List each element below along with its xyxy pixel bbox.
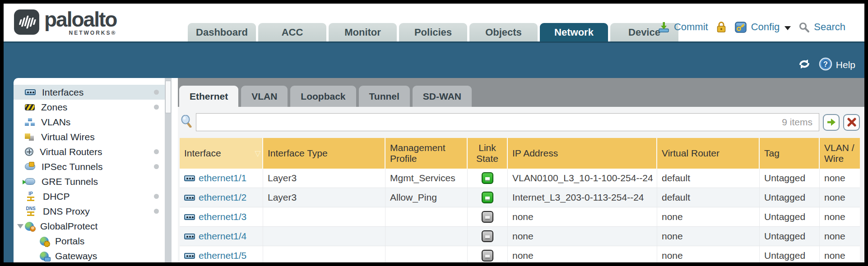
column-interface-type[interactable]: Interface Type [263, 138, 385, 169]
tab-policies[interactable]: Policies [399, 23, 467, 41]
sidebar-item-globalprotect[interactable]: GlobalProtect [14, 219, 172, 234]
interface-icon [184, 195, 195, 201]
help-link[interactable]: Help [836, 60, 855, 70]
interface-link[interactable]: ethernet1/2 [199, 192, 246, 203]
sort-dropdown[interactable]: ▽ [253, 138, 263, 169]
tab-acc[interactable]: ACC [258, 23, 326, 41]
help-icon[interactable]: ? [819, 57, 832, 73]
dhcp-icon: IP [25, 192, 37, 202]
sidebar-item-gateways[interactable]: Gateways [14, 248, 172, 262]
filter-search-input[interactable]: 9 items [196, 113, 819, 131]
interface-link[interactable]: ethernet1/5 [199, 250, 246, 261]
portals-icon [40, 237, 49, 246]
tab-objects[interactable]: Objects [469, 23, 538, 41]
link-up-icon [482, 192, 493, 203]
svg-text:?: ? [823, 60, 828, 68]
sidebar-scrollbar[interactable] [165, 78, 172, 262]
sort-caret-icon: ▽ [255, 149, 260, 158]
interfaces-icon [25, 89, 36, 95]
interface-link[interactable]: ethernet1/3 [199, 211, 246, 222]
red-x-icon [847, 118, 856, 127]
interface-icon [184, 175, 195, 181]
refresh-icon[interactable] [797, 58, 812, 72]
tab-network[interactable]: Network [540, 23, 608, 41]
status-dot [154, 105, 159, 110]
interface-link[interactable]: ethernet1/1 [199, 173, 246, 183]
expander-caret-icon[interactable] [17, 224, 23, 229]
dns-proxy-icon: DNS [25, 206, 37, 216]
commit-icon[interactable] [658, 21, 670, 33]
sidebar-item-dns-proxy[interactable]: DNS DNS Proxy [14, 204, 172, 219]
tab-dashboard[interactable]: Dashboard [188, 23, 256, 41]
interface-icon [184, 234, 195, 239]
link-down-icon [482, 230, 493, 242]
config-button[interactable]: Config [751, 21, 780, 33]
column-interface[interactable]: Interface [180, 138, 253, 169]
column-vlan-wire[interactable]: VLAN / Wire [820, 138, 860, 169]
search-button[interactable]: Search [814, 21, 845, 33]
sidebar-item-gre-tunnels[interactable]: GRE Tunnels [14, 174, 172, 189]
subtab-loopback[interactable]: Loopback [290, 86, 356, 107]
tab-monitor[interactable]: Monitor [329, 23, 397, 41]
table-row[interactable]: ethernet1/5 none none Untagged none [180, 246, 860, 262]
virtual-routers-icon [25, 147, 33, 156]
sidebar: Interfaces Zones VLANs Virtual Wires [14, 78, 172, 262]
scrollbar-thumb[interactable] [165, 81, 171, 113]
subtab-tunnel[interactable]: Tunnel [359, 86, 410, 107]
gateways-icon [40, 252, 49, 261]
table-row[interactable]: ethernet1/2 Layer3 Allow_Ping Internet_L… [180, 188, 860, 207]
sidebar-item-virtual-routers[interactable]: Virtual Routers [14, 144, 172, 159]
virtual-wires-icon [25, 133, 35, 141]
sidebar-item-portals[interactable]: Portals [14, 234, 172, 248]
app-window: paloalto NETWORKS® Dashboard ACC Monitor… [4, 4, 864, 262]
main-nav: Dashboard ACC Monitor Policies Objects N… [188, 23, 678, 41]
interface-icon [184, 214, 195, 220]
table-row[interactable]: ethernet1/3 none none Untagged none [180, 207, 860, 227]
sidebar-item-zones[interactable]: Zones [14, 100, 172, 115]
status-dot [154, 209, 159, 214]
status-dot [154, 194, 159, 199]
magnifier-icon [181, 115, 192, 129]
item-count: 9 items [782, 117, 812, 128]
left-strip [4, 78, 14, 262]
table-row[interactable]: ethernet1/1 Layer3 Mgmt_Services VLAN010… [180, 169, 860, 188]
column-link-state[interactable]: Link State [468, 138, 508, 169]
apply-filter-button[interactable] [823, 114, 840, 131]
status-dot [154, 149, 159, 154]
table-row[interactable]: ethernet1/4 none none Untagged none [180, 227, 860, 246]
subtab-sdwan[interactable]: SD-WAN [413, 86, 472, 107]
sidebar-item-dhcp[interactable]: IP DHCP [14, 189, 172, 204]
sidebar-item-virtual-wires[interactable]: Virtual Wires [14, 129, 172, 144]
column-tag[interactable]: Tag [760, 138, 820, 169]
zones-icon [25, 104, 35, 110]
search-icon[interactable] [798, 22, 810, 33]
column-virtual-router[interactable]: Virtual Router [657, 138, 760, 169]
sidebar-item-ipsec-tunnels[interactable]: IPSec Tunnels [14, 159, 172, 174]
lock-icon[interactable] [716, 21, 727, 33]
subtab-ethernet[interactable]: Ethernet [179, 86, 238, 107]
link-down-icon [482, 250, 493, 261]
config-icon[interactable] [734, 21, 747, 33]
subtab-bar: Ethernet VLAN Loopback Tunnel SD-WAN [178, 78, 864, 107]
app-header: paloalto NETWORKS® Dashboard ACC Monitor… [4, 4, 864, 41]
paloalto-logo: paloalto NETWORKS® [14, 9, 116, 36]
column-management-profile[interactable]: Management Profile [385, 138, 468, 169]
interface-link[interactable]: ethernet1/4 [199, 231, 246, 242]
commit-button[interactable]: Commit [674, 21, 708, 33]
globalprotect-icon [25, 222, 34, 231]
clear-filter-button[interactable] [843, 114, 860, 131]
interface-icon [184, 253, 195, 259]
column-ip-address[interactable]: IP Address [508, 138, 657, 169]
sidebar-item-vlans[interactable]: VLANs [14, 115, 172, 129]
link-down-icon [482, 211, 493, 223]
link-up-icon [482, 172, 493, 184]
subtab-vlan[interactable]: VLAN [241, 86, 288, 107]
teal-band: ? Help [4, 41, 864, 78]
chevron-down-icon[interactable] [784, 26, 791, 30]
sidebar-item-interfaces[interactable]: Interfaces [14, 85, 172, 100]
green-arrow-icon [826, 117, 836, 127]
ipsec-tunnels-icon [25, 163, 35, 170]
header-actions: Commit Config [658, 21, 845, 33]
vlans-icon [25, 118, 35, 126]
status-dot [154, 164, 159, 169]
